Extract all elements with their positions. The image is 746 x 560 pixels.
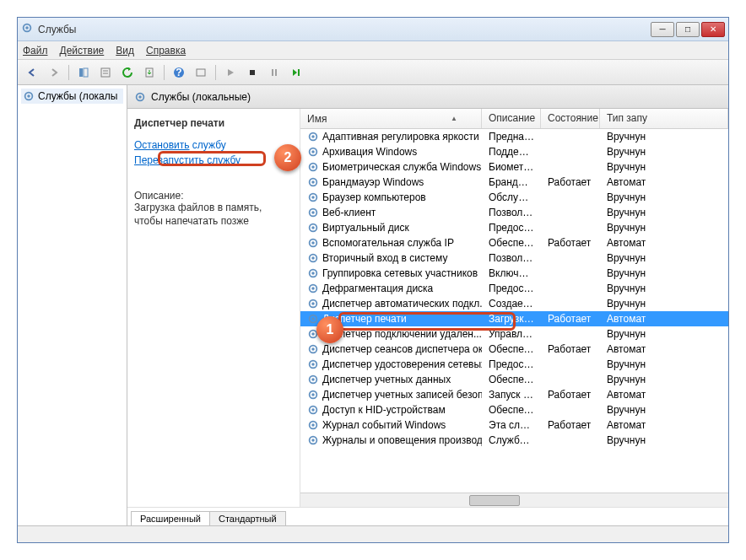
svg-point-24 [311,165,315,169]
svg-point-1 [25,26,29,30]
restart-service-button[interactable] [287,63,305,82]
action-button[interactable] [192,63,210,82]
service-row[interactable]: Дефрагментация дискаПредостав...Вручнун [300,281,728,296]
svg-point-26 [311,180,315,184]
export-button[interactable] [140,63,159,82]
cell-description: Эта служб... [482,419,541,431]
service-row[interactable]: Диспетчер удостоверения сетевых...Предос… [300,357,728,372]
svg-rect-3 [84,68,88,77]
svg-rect-11 [250,70,255,75]
app-icon [21,22,33,36]
column-startup-type[interactable]: Тип запу [600,109,728,128]
svg-rect-10 [197,69,205,76]
cell-description: Позволяет... [482,207,541,218]
cell-name: Виртуальный диск [300,222,482,234]
stop-service-link[interactable]: Остановить службу [134,139,293,151]
service-row[interactable]: Виртуальный дискПредостав...Вручнун [300,220,728,235]
start-service-button[interactable] [221,63,240,82]
service-row[interactable]: Диспетчер учетных данныхОбеспечи...Вручн… [300,372,728,387]
cell-type: Вручнун [600,298,728,310]
sort-indicator-icon: ▲ [451,115,457,122]
menu-action[interactable]: Действие [60,45,105,57]
service-row[interactable]: Группировка сетевых участниковВключает .… [300,266,728,281]
cell-description: Поддержк... [482,146,541,158]
window-title: Службы [38,24,651,35]
cell-name: Группировка сетевых участников [300,267,482,279]
cell-type: Автомат [600,389,728,401]
maximize-button[interactable]: □ [676,22,700,37]
gear-icon [134,91,146,103]
service-row[interactable]: Вспомогательная служба IPОбеспечи...Рабо… [300,235,728,250]
column-description[interactable]: Описание [482,109,541,128]
svg-point-46 [311,332,315,336]
svg-rect-2 [79,68,83,77]
properties-button[interactable] [96,63,115,82]
pause-service-button[interactable] [265,63,284,82]
cell-name: Вспомогательная служба IP [300,237,482,249]
cell-type: Автомат [600,176,728,188]
refresh-button[interactable] [118,63,137,82]
cell-type: Автомат [600,237,728,249]
cell-description: Создает п... [482,298,541,310]
service-row[interactable]: Диспетчер учетных записей безоп...Запуск… [300,387,728,402]
service-row[interactable]: Вторичный вход в системуПозволяет...Вруч… [300,250,728,266]
cell-state: Работает [541,389,600,401]
cell-name: Вторичный вход в систему [300,252,482,264]
svg-point-54 [311,393,315,396]
service-row[interactable]: Веб-клиентПозволяет...Вручнун [300,205,728,220]
tree-root-services[interactable]: Службы (локалы [21,89,123,104]
service-row[interactable]: Журналы и оповещения производ...Служба ж… [300,433,728,448]
description-label: Описание: [134,190,293,202]
tab-standard[interactable]: Стандартный [209,511,286,525]
service-row[interactable]: Адаптивная регулировка яркостиПредназна.… [300,129,728,144]
forward-button[interactable] [45,63,63,82]
cell-name: Диспетчер учетных записей безоп... [300,389,482,401]
back-button[interactable] [23,63,41,82]
service-row[interactable]: Диспетчер сеансов диспетчера ок...Обеспе… [300,342,728,357]
svg-point-16 [27,94,30,98]
column-state[interactable]: Состояние [541,109,600,128]
cell-name: Архивация Windows [300,146,482,158]
menu-view[interactable]: Вид [116,45,134,57]
svg-rect-14 [298,69,300,76]
service-row[interactable]: Архивация WindowsПоддержк...Вручнун [300,144,728,159]
service-row[interactable]: Журнал событий WindowsЭта служб...Работа… [300,417,728,433]
cell-type: Вручнун [600,252,728,264]
cell-description: Брандмау... [482,176,541,188]
restart-service-link[interactable]: Перезапустить службу [134,154,293,166]
list-body[interactable]: Адаптивная регулировка яркостиПредназна.… [300,129,728,493]
cell-name: Диспетчер сеансов диспетчера ок... [300,343,482,355]
service-row[interactable]: Доступ к HID-устройствамОбеспечи...Вручн… [300,402,728,417]
column-name[interactable]: Имя▲ [300,109,482,128]
cell-type: Вручнун [600,222,728,234]
svg-text:?: ? [176,67,181,78]
cell-state: Работает [541,313,600,325]
cell-name: Биометрическая служба Windows [300,161,482,173]
close-button[interactable]: ✕ [701,22,725,37]
cell-type: Вручнун [600,358,728,370]
cell-description: Биометри... [482,161,541,173]
services-window: Службы ─ □ ✕ Файл Действие Вид Справка ? [17,17,729,543]
titlebar[interactable]: Службы ─ □ ✕ [18,18,728,41]
service-row[interactable]: Биометрическая служба WindowsБиометри...… [300,159,728,175]
service-row[interactable]: Диспетчер автоматических подкл...Создает… [300,296,728,311]
horizontal-scrollbar[interactable] [300,493,728,507]
cell-description: Управляет... [482,328,541,340]
menu-file[interactable]: Файл [23,45,48,57]
service-row[interactable]: Брандмауэр WindowsБрандмау...РаботаетАвт… [300,175,728,190]
service-row[interactable]: Диспетчер печатиЗагрузка ...РаботаетАвто… [300,311,728,326]
service-row[interactable]: Браузер компьютеровОбслужив...Вручнун [300,190,728,205]
minimize-button[interactable]: ─ [651,22,674,37]
show-hide-tree-button[interactable] [74,63,93,82]
tab-extended[interactable]: Расширенный [131,511,210,525]
cell-type: Вручнун [600,434,728,446]
service-row[interactable]: Диспетчер подключений удален...Управляет… [300,326,728,342]
stop-service-button[interactable] [243,63,262,82]
cell-description: Обеспечи... [482,237,541,249]
menu-help[interactable]: Справка [146,45,186,57]
statusbar [18,525,728,542]
help-button[interactable]: ? [170,63,188,82]
svg-point-50 [311,363,315,366]
scrollbar-thumb[interactable] [469,495,520,506]
cell-name: Брандмауэр Windows [300,176,482,188]
